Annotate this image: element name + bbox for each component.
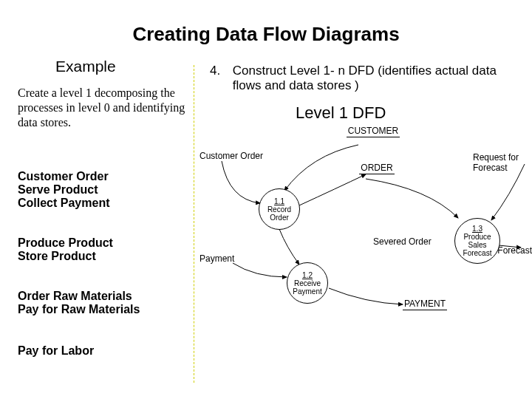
datastore-order: ORDER xyxy=(344,163,410,174)
process-item: Pay for Labor xyxy=(18,344,94,358)
process-1-1-name: Record Order xyxy=(259,205,299,222)
example-heading: Example xyxy=(55,58,116,75)
process-item: Pay for Raw Materials xyxy=(18,303,140,316)
flow-customer-order: Customer Order xyxy=(200,151,263,161)
process-item: Produce Product xyxy=(18,236,113,250)
ds-order-label: ORDER xyxy=(359,163,394,174)
step-number: 4. xyxy=(210,64,229,78)
process-item: Collect Payment xyxy=(18,197,109,210)
process-item: Serve Product xyxy=(18,183,109,197)
step-label: 4. Construct Level 1- n DFD (identifies … xyxy=(210,64,520,93)
process-block-2: Produce Product Store Product xyxy=(18,236,113,263)
process-1-3-id: 1.3 xyxy=(472,225,482,233)
process-1-1: 1.1 Record Order xyxy=(259,188,300,230)
datastore-customer: CUSTOMER xyxy=(340,126,406,137)
process-1-3: 1.3 Produce Sales Forecast xyxy=(454,218,500,264)
dfd-diagram: Customer Order Payment Severed Order Req… xyxy=(200,118,532,369)
ds-payment-label: PAYMENT xyxy=(403,299,447,310)
process-item: Order Raw Materials xyxy=(18,290,140,303)
flow-severed-order: Severed Order xyxy=(373,236,432,247)
datastore-payment: PAYMENT xyxy=(392,299,458,310)
flow-payment: Payment xyxy=(200,253,234,264)
step-text: Construct Level 1- n DFD (identifies act… xyxy=(233,64,514,93)
process-item: Store Product xyxy=(18,250,113,263)
process-block-1: Customer Order Serve Product Collect Pay… xyxy=(18,170,109,210)
page-title: Creating Data Flow Diagrams xyxy=(0,23,532,46)
column-divider xyxy=(194,65,194,383)
example-description: Create a level 1 decomposing the process… xyxy=(18,86,188,130)
process-1-1-id: 1.1 xyxy=(274,197,284,205)
process-1-2-id: 1.2 xyxy=(302,271,313,279)
process-item: Customer Order xyxy=(18,170,109,183)
process-block-3: Order Raw Materials Pay for Raw Material… xyxy=(18,290,140,316)
process-1-2-name: Receive Payment xyxy=(287,279,327,296)
process-1-3-name: Produce Sales Forecast xyxy=(455,233,499,257)
process-block-4: Pay for Labor xyxy=(18,344,94,358)
ds-customer-label: CUSTOMER xyxy=(347,126,400,137)
flow-request-forecast: Request for Forecast xyxy=(473,152,532,173)
process-1-2: 1.2 Receive Payment xyxy=(287,262,328,304)
